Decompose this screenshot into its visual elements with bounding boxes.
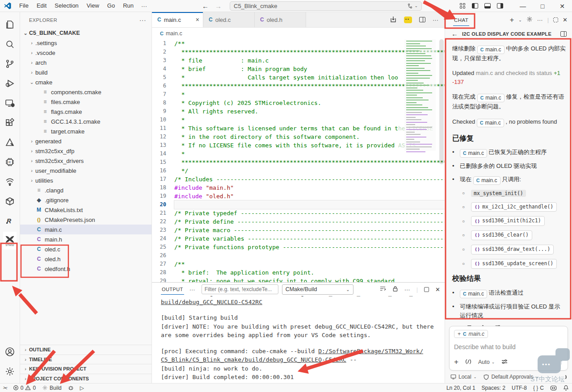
- explorer-icon[interactable]: [0, 15, 20, 34]
- close-tab-icon[interactable]: ×: [196, 16, 199, 23]
- line-number[interactable]: 26: [152, 251, 174, 260]
- tree-item-files-cmake[interactable]: ≡files.cmake: [20, 97, 151, 107]
- tree-item-stm32c5xx-drivers[interactable]: ›stm32c5xx_drivers: [20, 156, 151, 166]
- tree-item-target-cmake[interactable]: ≡target.cmake: [20, 126, 151, 136]
- line-number[interactable]: 2: [152, 48, 174, 56]
- code-line-12[interactable]: 12 * in the root directory of this softw…: [152, 133, 445, 141]
- function-chip[interactable]: ⟨⟩ssd1306_update_screen(): [471, 259, 557, 269]
- code-line-28[interactable]: 28 * brief: The application entry point.: [152, 268, 445, 277]
- code-line-2[interactable]: 2 **************************************…: [152, 48, 445, 56]
- tree-item-oledfont-h[interactable]: Coledfont.h: [20, 264, 151, 274]
- build-button[interactable]: Build: [39, 384, 65, 392]
- line-number[interactable]: 9: [152, 107, 174, 116]
- line-number[interactable]: 24: [152, 234, 174, 243]
- menu-file[interactable]: File: [15, 1, 33, 11]
- cursor-position[interactable]: Ln 20, Col 1: [443, 385, 479, 391]
- notifications-bell-icon[interactable]: [560, 385, 572, 391]
- maximize-button[interactable]: □: [533, 3, 552, 10]
- close-panel-icon[interactable]: ✕: [435, 286, 440, 293]
- environment-select[interactable]: Local ⌄: [450, 374, 476, 380]
- wireless-icon[interactable]: [0, 172, 20, 192]
- line-number[interactable]: 11: [152, 124, 174, 133]
- split-editor-icon[interactable]: [419, 17, 425, 22]
- remote-explorer-icon[interactable]: [0, 93, 20, 113]
- menu-overflow[interactable]: ···: [138, 3, 151, 9]
- tree-item-main-h[interactable]: Cmain.h: [20, 234, 151, 244]
- code-line-19[interactable]: 19#include "oled.h": [152, 192, 445, 200]
- command-center-search[interactable]: C5_Blink_cmake ⌄: [230, 1, 422, 11]
- context-chip[interactable]: + C main.c: [454, 330, 488, 338]
- code-line-10[interactable]: 10 *: [152, 116, 445, 124]
- code-line-9[interactable]: 9 * All rights reserved.: [152, 107, 445, 116]
- line-number[interactable]: 25: [152, 243, 174, 251]
- tree-item--clangd[interactable]: ≡.clangd: [20, 185, 151, 195]
- file-chip[interactable]: Cmain.c: [473, 176, 500, 185]
- tree-item-cmake[interactable]: ⌄cmake: [20, 77, 151, 87]
- account-icon[interactable]: [0, 342, 20, 362]
- line-number[interactable]: 16: [152, 167, 174, 175]
- line-number[interactable]: 18: [152, 183, 174, 192]
- code-line-16[interactable]: 16 */: [152, 167, 445, 175]
- tree-item-flags-cmake[interactable]: ≡flags.cmake: [20, 107, 151, 117]
- language-mode[interactable]: { }C: [530, 385, 547, 391]
- line-number[interactable]: 17: [152, 175, 174, 183]
- code-line-6[interactable]: 6 **************************************…: [152, 82, 445, 90]
- explorer-more-icon[interactable]: ···: [139, 17, 146, 24]
- toggle-primary-sidebar-icon[interactable]: [472, 3, 478, 8]
- line-number[interactable]: 7: [152, 90, 174, 99]
- editor-scrollbar[interactable]: [439, 39, 444, 164]
- code-reference[interactable]: mx_system_init(): [471, 190, 526, 197]
- tree-item-cmakepresets-json[interactable]: {}CMakePresets.json: [20, 215, 151, 225]
- chat-more-icon[interactable]: ···: [537, 17, 543, 23]
- tree-item-utilities[interactable]: ›utilities: [20, 175, 151, 185]
- chat-settings-gear-icon[interactable]: [526, 16, 533, 24]
- lock-autoscroll-icon[interactable]: [392, 286, 398, 293]
- word-wrap-icon[interactable]: [379, 285, 386, 293]
- output-filter-input[interactable]: [202, 284, 278, 294]
- tree-item-cmakelists-txt[interactable]: MCMakeLists.txt: [20, 205, 151, 215]
- line-number[interactable]: 4: [152, 65, 174, 73]
- search-icon[interactable]: [0, 34, 20, 54]
- mcu-chip-icon[interactable]: R: [0, 152, 20, 172]
- code-line-26[interactable]: 26: [152, 251, 445, 260]
- code-line-11[interactable]: 11 * This software is licensed under ter…: [152, 124, 445, 133]
- maximize-panel-icon[interactable]: [424, 287, 429, 292]
- line-number[interactable]: 13: [152, 141, 174, 150]
- ai-assistant-icon[interactable]: [404, 17, 412, 23]
- function-chip[interactable]: ⟨⟩ssd1306_clear(): [471, 230, 532, 240]
- toggle-panel-icon[interactable]: [484, 3, 491, 8]
- line-number[interactable]: 22: [152, 217, 174, 226]
- code-line-5[interactable]: 5 * Calls target system initialization t…: [152, 73, 445, 82]
- panel-overflow-icon[interactable]: ···: [404, 286, 410, 293]
- settings-gear-icon[interactable]: [0, 362, 20, 381]
- section-project-components[interactable]: ›PROJECT COMPONENTS: [20, 374, 151, 384]
- line-number[interactable]: 27: [152, 260, 174, 268]
- line-number[interactable]: 10: [152, 116, 174, 124]
- output-channel-select[interactable]: CMake/Build ⌄: [282, 284, 353, 295]
- line-number[interactable]: 20: [152, 200, 174, 209]
- copilot-status-icon[interactable]: [547, 385, 560, 391]
- output-path-link[interactable]: build/debug_GCC_NUCLEO-C542RC: [161, 299, 262, 305]
- code-line-29[interactable]: 29 * retval: none but we specify int to …: [152, 277, 445, 282]
- tree-item-oled-c[interactable]: Coled.c: [20, 244, 151, 254]
- menu-selection[interactable]: Selection: [50, 1, 82, 11]
- remote-indicator[interactable]: ><: [0, 384, 10, 392]
- line-number[interactable]: 8: [152, 99, 174, 107]
- output-path-link[interactable]: C5_Blink/C5_Blink_cmake/build/debug_GCC_…: [161, 356, 346, 363]
- copilot-menu-icon[interactable]: ⌄: [407, 3, 418, 9]
- line-number[interactable]: 19: [152, 192, 174, 200]
- menu-go[interactable]: Go: [103, 1, 119, 11]
- tools-icon[interactable]: [465, 358, 472, 367]
- code-line-22[interactable]: 22/* Private define --------------------…: [152, 217, 445, 226]
- code-line-8[interactable]: 8 * Copyright (c) 2025 STMicroelectronic…: [152, 99, 445, 107]
- file-chip[interactable]: Cmain.c: [477, 94, 505, 102]
- line-number[interactable]: 14: [152, 150, 174, 158]
- section-timeline[interactable]: ›TIMELINE: [20, 354, 151, 364]
- customize-layout-icon[interactable]: [460, 3, 466, 9]
- problems-indicator[interactable]: 0 0: [10, 384, 39, 392]
- tree-item-oled-h[interactable]: Coled.h: [20, 254, 151, 264]
- code-line-27[interactable]: 27/**: [152, 260, 445, 268]
- editor-more-icon[interactable]: ···: [433, 17, 438, 23]
- code-line-23[interactable]: 23/* Private macro ---------------------…: [152, 226, 445, 234]
- code-line-25[interactable]: 25/* Private functions prototype -------…: [152, 243, 445, 251]
